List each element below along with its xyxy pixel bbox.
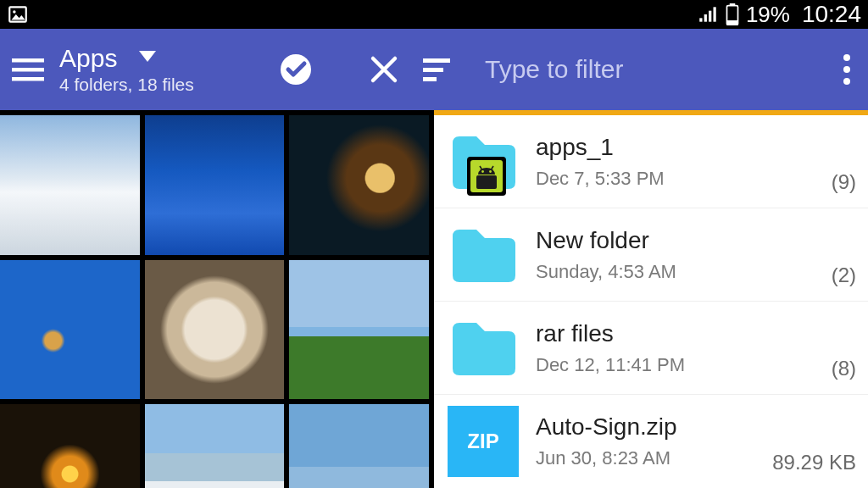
menu-button[interactable] bbox=[8, 57, 47, 82]
thumbnail-grid[interactable] bbox=[0, 110, 434, 488]
item-sub: Sunday, 4:53 AM bbox=[536, 261, 825, 283]
svg-rect-4 bbox=[709, 11, 711, 22]
thumbnail[interactable] bbox=[145, 260, 285, 400]
thumbnail[interactable] bbox=[145, 115, 285, 255]
item-sub: Dec 7, 5:33 PM bbox=[536, 168, 825, 190]
svg-rect-21 bbox=[476, 175, 497, 189]
clock: 10:24 bbox=[802, 1, 861, 28]
picture-icon bbox=[7, 3, 29, 25]
item-sub: Jun 30, 8:23 AM bbox=[536, 447, 765, 469]
svg-rect-14 bbox=[423, 68, 443, 72]
item-sub: Dec 12, 11:41 PM bbox=[536, 354, 825, 376]
item-count: (8) bbox=[832, 357, 856, 385]
list-item[interactable]: rar files Dec 12, 11:41 PM (8) bbox=[434, 302, 868, 395]
item-name: New folder bbox=[536, 227, 825, 254]
chevron-down-icon bbox=[139, 51, 156, 66]
close-button[interactable] bbox=[363, 48, 405, 91]
item-count: (9) bbox=[832, 170, 856, 199]
page-subtitle: 4 folders, 18 files bbox=[59, 75, 229, 95]
thumbnail[interactable] bbox=[289, 260, 429, 400]
svg-rect-13 bbox=[423, 58, 450, 63]
list-item[interactable]: apps_1 Dec 7, 5:33 PM (9) bbox=[434, 115, 868, 208]
svg-rect-10 bbox=[12, 68, 44, 72]
folder-icon bbox=[448, 219, 519, 291]
title-dropdown[interactable]: Apps 4 folders, 18 files bbox=[59, 44, 229, 96]
item-name: Auto-Sign.zip bbox=[536, 413, 765, 441]
app-bar: Apps 4 folders, 18 files bbox=[0, 29, 868, 110]
file-list[interactable]: apps_1 Dec 7, 5:33 PM (9) New folder Sun… bbox=[434, 115, 868, 488]
svg-rect-15 bbox=[423, 77, 437, 81]
page-title: Apps bbox=[59, 44, 117, 74]
svg-point-18 bbox=[843, 78, 850, 85]
svg-point-1 bbox=[13, 10, 15, 13]
thumbnail[interactable] bbox=[0, 404, 140, 488]
svg-rect-3 bbox=[704, 14, 707, 22]
file-list-pane: apps_1 Dec 7, 5:33 PM (9) New folder Sun… bbox=[434, 110, 868, 488]
svg-point-22 bbox=[481, 170, 484, 173]
svg-point-17 bbox=[843, 66, 850, 73]
overflow-menu-button[interactable] bbox=[834, 53, 860, 86]
thumbnail[interactable] bbox=[289, 115, 429, 255]
status-bar: 19% 10:24 bbox=[0, 0, 868, 29]
svg-rect-8 bbox=[726, 20, 737, 25]
folder-icon bbox=[448, 126, 519, 197]
main-split: apps_1 Dec 7, 5:33 PM (9) New folder Sun… bbox=[0, 110, 868, 488]
item-count: (2) bbox=[832, 263, 856, 292]
battery-icon bbox=[726, 3, 739, 25]
list-item[interactable]: New folder Sunday, 4:53 AM (2) bbox=[434, 208, 868, 302]
zip-icon: ZIP bbox=[448, 406, 519, 477]
android-app-icon bbox=[465, 155, 509, 197]
item-size: 89.29 KB bbox=[772, 451, 856, 480]
svg-point-16 bbox=[843, 54, 850, 61]
item-name: apps_1 bbox=[536, 134, 825, 161]
signal-icon bbox=[697, 3, 719, 25]
list-item[interactable]: ZIP Auto-Sign.zip Jun 30, 8:23 AM 89.29 … bbox=[434, 395, 868, 488]
svg-rect-2 bbox=[699, 18, 702, 21]
thumbnail[interactable] bbox=[289, 404, 429, 488]
zip-label: ZIP bbox=[448, 406, 519, 477]
filter-input[interactable] bbox=[471, 55, 822, 84]
folder-icon bbox=[448, 313, 519, 384]
thumbnail[interactable] bbox=[145, 404, 285, 488]
svg-rect-9 bbox=[12, 58, 44, 63]
svg-rect-11 bbox=[12, 77, 44, 81]
select-all-button[interactable] bbox=[275, 48, 317, 91]
sort-button[interactable] bbox=[417, 48, 459, 91]
item-name: rar files bbox=[536, 320, 825, 347]
svg-rect-5 bbox=[713, 7, 715, 21]
thumbnail[interactable] bbox=[0, 260, 140, 400]
svg-point-23 bbox=[489, 170, 492, 173]
thumbnail[interactable] bbox=[0, 115, 140, 255]
battery-text: 19% bbox=[746, 2, 790, 28]
